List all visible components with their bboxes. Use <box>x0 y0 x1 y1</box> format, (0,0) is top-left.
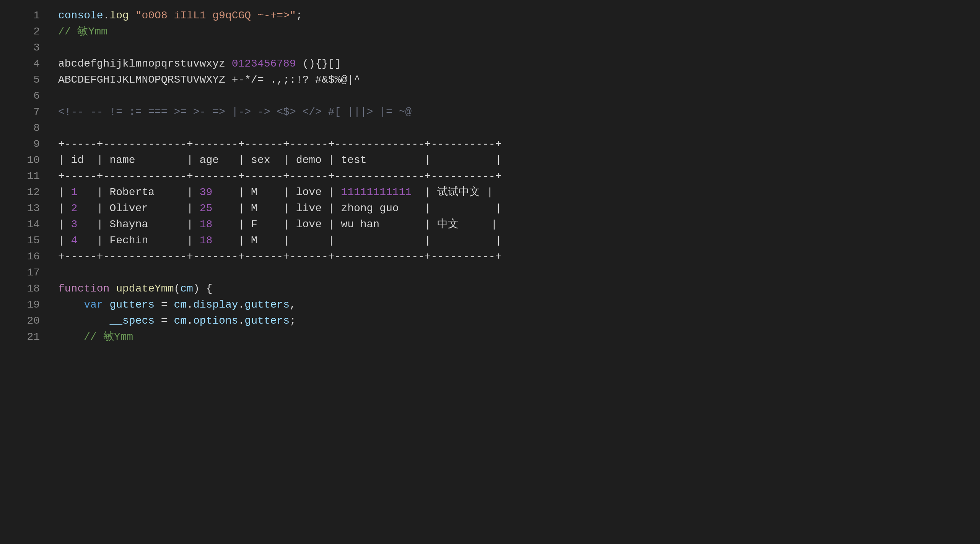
line-num-7: 7 <box>8 104 40 120</box>
code-line-13: | 2 | Oliver | 25 | M | live | zhong guo… <box>58 200 972 217</box>
code-line-17 <box>58 265 972 281</box>
line-num-12: 12 <box>8 184 40 200</box>
line-num-21: 21 <box>8 329 40 345</box>
line-num-20: 20 <box>8 313 40 329</box>
code-line-10: | id | name | age | sex | demo | test | … <box>58 152 972 168</box>
code-line-14: | 3 | Shayna | 18 | F | love | wu han | … <box>58 217 972 233</box>
line-num-2: 2 <box>8 24 40 40</box>
line-num-9: 9 <box>8 136 40 152</box>
line-num-15: 15 <box>8 233 40 249</box>
code-editor: 1 2 3 4 5 6 7 8 9 10 11 12 13 14 15 16 1… <box>0 0 980 544</box>
line-num-17: 17 <box>8 265 40 281</box>
code-line-11: +-----+-------------+-------+------+----… <box>58 168 972 184</box>
code-line-6 <box>58 88 972 104</box>
line-num-10: 10 <box>8 152 40 168</box>
line-num-8: 8 <box>8 120 40 136</box>
code-content[interactable]: console.log "o0O8 iIlL1 g9qCGQ ~-+=>"; /… <box>46 0 980 544</box>
line-num-18: 18 <box>8 281 40 297</box>
line-num-13: 13 <box>8 200 40 217</box>
code-line-7: <!-- -- != := === >= >- => |-> -> <$> </… <box>58 104 972 120</box>
code-line-16: +-----+-------------+-------+------+----… <box>58 249 972 265</box>
code-line-15: | 4 | Fechin | 18 | M | | | | <box>58 233 972 249</box>
line-num-14: 14 <box>8 217 40 233</box>
code-line-5: ABCDEFGHIJKLMNOPQRSTUVWXYZ +-*/= .,;:!? … <box>58 72 972 88</box>
line-num-16: 16 <box>8 249 40 265</box>
line-num-3: 3 <box>8 40 40 56</box>
code-line-9: +-----+-------------+-------+------+----… <box>58 136 972 152</box>
line-num-5: 5 <box>8 72 40 88</box>
code-line-12: | 1 | Roberta | 39 | M | love | 11111111… <box>58 184 972 200</box>
code-line-3 <box>58 40 972 56</box>
code-line-8 <box>58 120 972 136</box>
line-num-4: 4 <box>8 56 40 72</box>
code-line-19: var gutters = cm.display.gutters, <box>58 297 972 313</box>
line-num-19: 19 <box>8 297 40 313</box>
code-line-21: // 敏Ymm <box>58 329 972 345</box>
code-line-18: function updateYmm(cm) { <box>58 281 972 297</box>
line-num-1: 1 <box>8 8 40 24</box>
line-numbers: 1 2 3 4 5 6 7 8 9 10 11 12 13 14 15 16 1… <box>0 0 46 544</box>
code-line-1: console.log "o0O8 iIlL1 g9qCGQ ~-+=>"; <box>58 8 972 24</box>
line-num-6: 6 <box>8 88 40 104</box>
code-line-2: // 敏Ymm <box>58 24 972 40</box>
code-line-20: __specs = cm.options.gutters; <box>58 313 972 329</box>
line-num-11: 11 <box>8 168 40 184</box>
code-line-4: abcdefghijklmnopqrstuvwxyz 0123456789 ()… <box>58 56 972 72</box>
